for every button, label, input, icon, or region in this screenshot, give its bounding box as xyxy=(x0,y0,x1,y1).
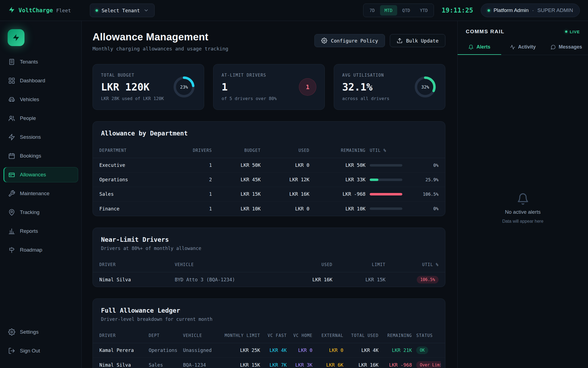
empty-state-title: No active alerts xyxy=(505,209,541,215)
comms-tabs: Alerts Activity Messages xyxy=(458,40,588,55)
budget-utilisation-ring: 23% xyxy=(172,75,196,99)
gear-icon xyxy=(321,38,327,44)
tab-alerts[interactable]: Alerts xyxy=(458,40,501,55)
ring-label: 23% xyxy=(172,75,196,99)
range-button-qtd[interactable]: QTD xyxy=(398,5,415,16)
range-button-mtd[interactable]: MTD xyxy=(380,5,397,16)
tenant-selector-label: Select Tenant xyxy=(102,8,140,13)
stat-label: TOTAL BUDGET xyxy=(101,73,164,78)
upload-icon xyxy=(397,38,403,44)
sidebar-item-reports[interactable]: Reports xyxy=(3,224,78,239)
activity-icon xyxy=(510,44,515,50)
voltcharge-logo-icon xyxy=(8,6,15,14)
sidebar-item-tenants[interactable]: Tenants xyxy=(3,54,78,70)
sidebar-item-label: Dashboard xyxy=(20,78,45,84)
page-subtitle: Monthly charging allowances and usage tr… xyxy=(93,46,228,52)
sidebar-item-allowances[interactable]: Allowances xyxy=(3,167,78,182)
table-row: Kamal Perera Operations Unassigned LKR 2… xyxy=(93,343,445,358)
sidebar-item-settings[interactable]: Settings xyxy=(3,324,78,340)
stat-label: AT-LIMIT DRIVERS xyxy=(222,73,277,78)
sidebar-item-roadmap[interactable]: Roadmap xyxy=(3,242,78,258)
range-button-7d[interactable]: 7D xyxy=(365,5,379,16)
live-indicator: LIVE xyxy=(565,29,580,34)
bell-icon xyxy=(468,44,474,50)
stat-sub: of 5 drivers over 80% xyxy=(222,96,277,101)
table-row: Finance 1 LKR 10K LKR 0 LKR 10K 0% xyxy=(93,201,445,216)
tab-activity[interactable]: Activity xyxy=(501,40,545,55)
sidebar-item-people[interactable]: People xyxy=(3,111,78,126)
clock: 19:11:25 xyxy=(442,7,473,14)
sidebar-footer: Settings Sign Out xyxy=(0,324,81,368)
gear-icon xyxy=(8,328,15,336)
sidebar-item-label: Allowances xyxy=(20,172,46,178)
sidebar-item-label: Maintenance xyxy=(20,191,50,197)
stat-sub: LKR 28K used of LKR 120K xyxy=(101,96,164,101)
brand-name: VoltCharge xyxy=(19,7,53,14)
utilisation-bar: 25.9% xyxy=(367,177,441,182)
sidebar-item-label: People xyxy=(20,115,36,121)
wallet-icon xyxy=(8,171,15,178)
card-title: Near-Limit Drivers xyxy=(93,228,445,243)
sidebar-item-label: Sessions xyxy=(20,134,41,140)
bar-chart-icon xyxy=(8,228,15,235)
stat-label: AVG UTILISATION xyxy=(342,73,389,78)
tenant-status-dot xyxy=(96,9,98,12)
stat-card-at-limit-drivers: AT-LIMIT DRIVERS 1 of 5 drivers over 80%… xyxy=(213,64,325,110)
message-icon xyxy=(550,44,556,50)
status-badge: Over Limit xyxy=(416,361,441,368)
admin-role: SUPER ADMIN xyxy=(537,7,573,13)
zap-icon xyxy=(8,134,15,141)
stat-value: LKR 120K xyxy=(101,81,164,93)
bell-icon xyxy=(517,193,529,205)
sidebar-item-label: Reports xyxy=(20,228,38,234)
range-button-ytd[interactable]: YTD xyxy=(415,5,432,16)
app-window: VoltCharge Fleet Select Tenant 7D MTD QT… xyxy=(0,0,588,368)
sidebar-item-label: Settings xyxy=(20,329,39,335)
configure-policy-button[interactable]: Configure Policy xyxy=(314,34,385,47)
sidebar-item-maintenance[interactable]: Maintenance xyxy=(3,186,78,201)
ledger-card: Full Allowance Ledger Driver-level break… xyxy=(93,298,445,368)
admin-menu[interactable]: Platform Admin · SUPER ADMIN xyxy=(481,4,580,17)
comms-rail-title: COMMS RAIL xyxy=(466,29,504,35)
tenant-selector[interactable]: Select Tenant xyxy=(90,4,155,17)
at-limit-count-badge: 1 xyxy=(299,78,316,96)
stat-card-total-budget: TOTAL BUDGET LKR 120K LKR 28K used of LK… xyxy=(93,64,204,110)
department-table: DEPARTMENT DRIVERS BUDGET USED REMAINING… xyxy=(93,143,445,216)
admin-separator: · xyxy=(532,7,534,13)
building-icon xyxy=(8,58,15,65)
table-row: Nimal Silva Sales BQA-1234 LKR 15K LKR 7… xyxy=(93,358,445,368)
stat-card-avg-utilisation: AVG UTILISATION 32.1% across all drivers… xyxy=(334,64,445,110)
sidebar-item-label: Roadmap xyxy=(20,247,42,253)
sidebar-item-dashboard[interactable]: Dashboard xyxy=(3,73,78,88)
calendar-icon xyxy=(8,152,15,159)
sidebar-item-sessions[interactable]: Sessions xyxy=(3,129,78,145)
sidebar-item-vehicles[interactable]: Vehicles xyxy=(3,92,78,107)
near-limit-table: DRIVER VEHICLE USED LIMIT UTIL % Nimal S… xyxy=(93,257,445,287)
utilisation-bar: 0% xyxy=(367,206,441,211)
ring-label: 32% xyxy=(414,75,437,99)
table-row: Executive 1 LKR 50K LKR 0 LKR 50K 0% xyxy=(93,158,445,173)
table-row: Nimal Silva BYD Atto 3 (BQA-1234) LKR 16… xyxy=(93,272,445,287)
table-row: Operations 2 LKR 45K LKR 12K LKR 33K 25.… xyxy=(93,173,445,187)
sidebar-item-label: Sign Out xyxy=(20,348,40,354)
card-subtitle: Drivers at 80%+ of monthly allowance xyxy=(93,243,445,251)
bulk-update-button[interactable]: Bulk Update xyxy=(390,34,445,47)
sidebar-item-tracking[interactable]: Tracking xyxy=(3,205,78,220)
range-selector: 7D MTD QTD YTD xyxy=(363,4,434,17)
utilisation-badge: 106.5% xyxy=(417,276,439,283)
tab-messages[interactable]: Messages xyxy=(544,40,588,55)
avg-utilisation-ring: 32% xyxy=(414,75,437,99)
card-title: Full Allowance Ledger xyxy=(93,299,445,314)
utilisation-bar: 106.5% xyxy=(367,192,441,197)
grid-icon xyxy=(8,77,15,84)
sidebar-item-bookings[interactable]: Bookings xyxy=(3,148,78,164)
table-header-row: DRIVER DEPT VEHICLE MONTHLY LIMIT VC FAS… xyxy=(93,328,445,343)
sidebar-item-label: Bookings xyxy=(20,153,41,159)
admin-status-dot xyxy=(488,9,490,12)
utilisation-bar: 0% xyxy=(367,163,441,168)
wrench-icon xyxy=(8,190,15,197)
stat-sub: across all drivers xyxy=(342,96,389,101)
sidebar-item-sign-out[interactable]: Sign Out xyxy=(3,343,78,358)
milestone-icon xyxy=(8,246,15,254)
chevron-down-icon xyxy=(143,8,149,13)
